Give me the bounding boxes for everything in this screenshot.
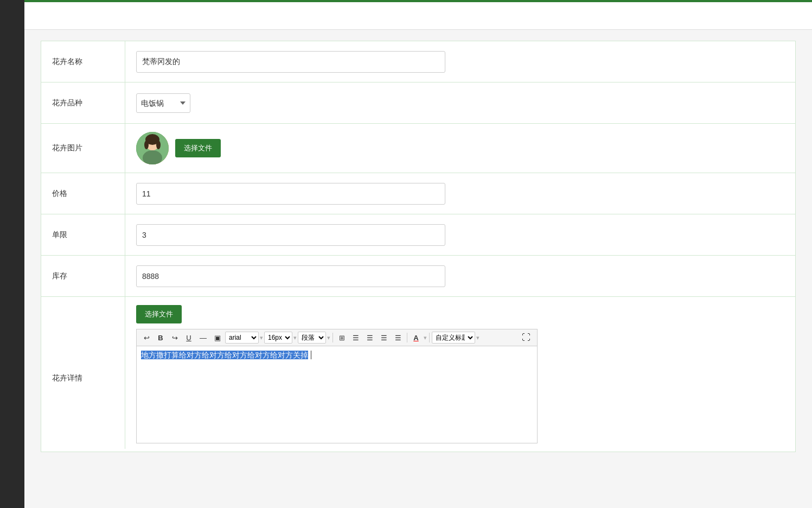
paragraph-arrow: ▾ (327, 334, 330, 341)
left-sidebar (0, 0, 24, 508)
avatar (136, 132, 169, 164)
editor-toolbar: ↩ B ↪ U — ▣ arial ▾ 16px ▾ (136, 329, 538, 346)
detail-field: 选择文件 ↩ B ↪ U — ▣ arial ▾ (125, 297, 795, 452)
stock-field (125, 257, 795, 295)
detail-btn-row: 选择文件 (136, 305, 538, 323)
variety-row: 花卉品种 电饭锅 玫瑰 百合 郁金香 (41, 82, 795, 124)
toolbar-separator-2 (407, 333, 407, 342)
editor-cursor (311, 351, 311, 359)
custom-label-arrow: ▾ (476, 334, 479, 341)
image-select-file-button[interactable]: 选择文件 (175, 139, 221, 157)
image-row: 花卉图片 选择文件 (41, 124, 795, 173)
horizontal-rule-button[interactable]: — (196, 332, 210, 344)
editor-selected-text: 地方撒打算给对方给对方给对方给对方给对方关掉 (141, 351, 308, 359)
editor-area[interactable]: 地方撒打算给对方给对方给对方给对方给对方关掉 (136, 346, 538, 443)
toolbar-separator-1 (333, 333, 333, 342)
custom-label-select[interactable]: 自定义标题 (432, 332, 475, 344)
image-field: 选择文件 (125, 124, 795, 173)
font-family-arrow: ▾ (260, 334, 263, 341)
main-content: 花卉名称 花卉品种 电饭锅 玫瑰 百合 郁金香 花卉图片 (24, 30, 812, 508)
paragraph-select[interactable]: 段落 (298, 332, 326, 344)
variety-select[interactable]: 电饭锅 玫瑰 百合 郁金香 (136, 93, 190, 113)
detail-label: 花卉详情 (41, 297, 125, 449)
image-label: 花卉图片 (41, 124, 125, 173)
table-button[interactable]: ⊞ (335, 332, 348, 344)
undo-button[interactable]: ↩ (140, 332, 153, 344)
font-size-arrow: ▾ (293, 334, 297, 341)
fullscreen-button[interactable]: ⛶ (519, 332, 534, 344)
detail-editor-wrapper: 选择文件 ↩ B ↪ U — ▣ arial ▾ (136, 305, 538, 443)
top-bar (0, 0, 812, 30)
variety-field: 电饭锅 玫瑰 百合 郁金香 (125, 85, 795, 121)
font-family-select[interactable]: arial (225, 332, 259, 344)
font-color-button[interactable]: A (410, 332, 423, 344)
stock-input[interactable] (136, 265, 445, 287)
svg-point-6 (156, 141, 161, 149)
name-field (125, 43, 795, 81)
align-center-button[interactable]: ☰ (363, 332, 376, 344)
justify-button[interactable]: ☰ (392, 332, 405, 344)
form-container: 花卉名称 花卉品种 电饭锅 玫瑰 百合 郁金香 花卉图片 (41, 41, 796, 452)
limit-label: 单限 (41, 214, 125, 255)
svg-point-5 (144, 141, 149, 149)
price-field (125, 175, 795, 213)
detail-select-file-button[interactable]: 选择文件 (136, 305, 182, 323)
align-right-button[interactable]: ☰ (378, 332, 391, 344)
font-size-select[interactable]: 16px (264, 332, 292, 344)
limit-row: 单限 (41, 214, 795, 256)
limit-input[interactable] (136, 224, 445, 246)
redo-button[interactable]: ↪ (168, 332, 181, 344)
name-row: 花卉名称 (41, 41, 795, 82)
bold-button[interactable]: B (154, 332, 167, 344)
name-input[interactable] (136, 51, 445, 73)
variety-label: 花卉品种 (41, 82, 125, 123)
price-label: 价格 (41, 173, 125, 214)
detail-row: 花卉详情 选择文件 ↩ B ↪ U — ▣ arial (41, 297, 795, 452)
align-left-button[interactable]: ☰ (349, 332, 362, 344)
toolbar-separator-3 (429, 333, 430, 342)
limit-field (125, 216, 795, 254)
font-color-arrow: ▾ (424, 334, 427, 341)
price-row: 价格 (41, 173, 795, 214)
stock-label: 库存 (41, 256, 125, 296)
name-label: 花卉名称 (41, 41, 125, 82)
stock-row: 库存 (41, 256, 795, 297)
image-insert-button[interactable]: ▣ (211, 332, 224, 344)
price-input[interactable] (136, 183, 445, 205)
underline-button[interactable]: U (182, 332, 195, 344)
